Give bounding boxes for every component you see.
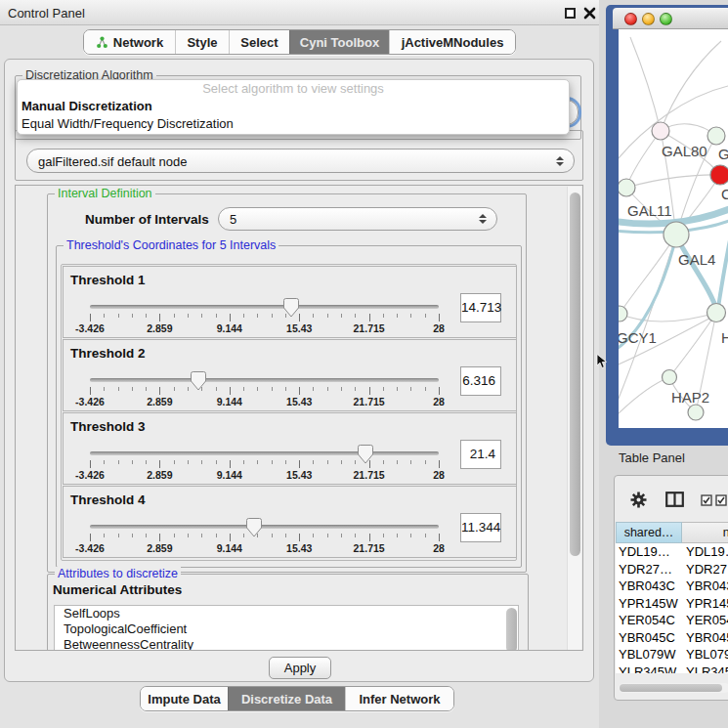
group-title: Threshold's Coordinates for 5 Intervals [64,238,278,252]
combobox-value: galFiltered.sif default node [38,153,187,168]
tab-discretize-data[interactable]: Discretize Data [228,687,345,710]
cyni-toolbox-panel: Discretization Algorithm Manual Discreti… [4,59,594,682]
threshold-slider[interactable]: -3.426 2.859 9.144 15.43 21.715 28 [90,297,439,338]
settings-vertical-scrollbar[interactable] [567,187,581,650]
threshold-1-panel: Threshold 1 14.713 [63,266,517,338]
scrollbar-thumb[interactable] [620,684,722,692]
control-panel: Control Panel Network Style Select [0,0,599,728]
column-header-name[interactable]: name [682,522,728,543]
threshold-label: Threshold 3 [70,419,146,434]
threshold-value-field[interactable]: 14.713 [460,293,501,322]
table-row[interactable]: YDR27… YDR27… [616,561,728,578]
table-row[interactable]: YER054C YER054C [616,612,728,629]
network-node-gcy1[interactable] [619,306,627,321]
threshold-value-field[interactable]: 11.344 [460,513,501,542]
tab-label: Style [187,35,217,50]
table-panel-title: Table Panel [619,450,685,465]
screen: Control Panel Network Style Select [0,0,728,728]
slider-track[interactable] [90,525,439,529]
table-body: YDL19… YDL19… YDR27… YDR27… YBR043C YBR0… [616,543,728,673]
algorithm-dropdown-popup: Select algorithm to view settings Manual… [17,79,570,135]
number-of-intervals-combobox[interactable]: 5 [218,207,497,231]
control-panel-titlebar: Control Panel [0,0,599,25]
panel-title: Control Panel [8,6,85,21]
table-panel: shared… name YDL19… YDL19… YDR27… YDR27…… [614,475,728,701]
window-close-button[interactable] [624,13,637,25]
network-window-titlebar [613,8,728,29]
threshold-label: Threshold 1 [70,273,146,287]
network-node-gal4[interactable] [664,222,689,247]
interval-definition-group: Interval Definition Number of Intervals … [47,193,527,573]
settings-scrollpane: Interval Definition Number of Intervals … [15,185,583,651]
group-title: Interval Definition [55,187,155,200]
slider-track[interactable] [90,378,439,382]
network-canvas[interactable]: GAL80 GA C GAL11 GAL4 GCY1 H HAP2 [619,29,728,428]
spinner-arrows-icon [556,156,564,166]
attribute-item[interactable]: BetweennessCentrality [55,637,518,651]
table-row[interactable]: YBL079W YBL079W [616,646,728,664]
threshold-label: Threshold 4 [70,492,146,507]
tab-jactivemnodules[interactable]: jActiveMNodules [389,30,515,54]
tab-label: Select [240,35,278,50]
slider-track[interactable] [90,451,439,455]
scrollbar-thumb[interactable] [570,193,580,556]
network-node-gal80[interactable] [652,122,669,140]
threshold-slider[interactable]: -3.426 2.859 9.144 15.43 21.715 28 [90,444,439,485]
window-zoom-button[interactable] [660,13,672,25]
number-of-intervals-label: Number of Intervals [85,212,209,227]
node-label: HAP2 [671,389,709,406]
checkbox-icon[interactable] [715,494,727,506]
threshold-slider[interactable]: -3.426 2.859 9.144 15.43 21.715 28 [90,370,439,411]
tab-style[interactable]: Style [175,30,229,54]
table-row[interactable]: YDL19… YDL19… [616,543,728,561]
node-label: GA [718,146,728,162]
network-graph: GAL80 GA C GAL11 GAL4 GCY1 H HAP2 [619,29,728,428]
popup-option-manual[interactable]: Manual Discretization [18,98,569,115]
slider-major-ticks [90,534,440,541]
popup-hint: Select algorithm to view settings [18,80,569,98]
apply-button[interactable]: Apply [269,657,331,679]
threshold-label: Threshold 2 [70,346,146,361]
attribute-item[interactable]: SelfLoops [55,606,518,621]
network-node-ga[interactable] [707,127,725,145]
tab-impute-data[interactable]: Impute Data [141,687,228,710]
threshold-value-field[interactable]: 21.4 [460,440,501,469]
tab-infer-network[interactable]: Infer Network [345,687,453,710]
window-minimize-button[interactable] [642,13,655,25]
slider-track[interactable] [90,305,439,309]
tab-select[interactable]: Select [229,30,289,54]
popup-option-equal-width[interactable]: Equal Width/Frequency Discretization [18,115,569,133]
network-node-gal11[interactable] [619,179,635,196]
table-row[interactable]: YBR045C YBR045C [616,629,728,647]
table-row[interactable]: YBR043C YBR043C [616,578,728,595]
threshold-4-panel: Threshold 4 11.344 [63,486,517,558]
threshold-slider[interactable]: -3.426 2.859 9.144 15.43 21.715 28 [90,517,439,558]
slider-major-ticks [90,460,440,468]
table-data-combobox[interactable]: galFiltered.sif default node [26,149,575,173]
network-view-window: GAL80 GA C GAL11 GAL4 GCY1 H HAP2 [606,5,728,446]
column-layout-icon[interactable] [665,492,684,507]
tab-label: jActiveMNodules [402,35,504,50]
gear-icon[interactable] [630,492,647,508]
table-row[interactable]: YPR145W YPR145W [616,595,728,613]
tab-cyni-toolbox[interactable]: Cyni Toolbox [289,30,389,54]
table-horizontal-scrollbar[interactable] [619,683,728,693]
threshold-value-field[interactable]: 6.316 [460,366,501,396]
attributes-list-scrollbar[interactable] [506,608,517,651]
tab-label: Cyni Toolbox [300,35,379,50]
close-icon[interactable] [583,7,596,20]
combobox-value: 5 [230,212,236,227]
network-node-hap2[interactable] [663,370,677,385]
network-node-selected-red[interactable] [710,165,728,185]
cyni-bottom-tabs: Impute Data Discretize Data Infer Networ… [140,686,454,711]
float-window-icon[interactable] [565,8,576,19]
network-node-h[interactable] [707,304,726,322]
table-row[interactable]: YLR345W YLR345W [616,664,728,674]
network-node-bottom[interactable] [688,405,704,420]
attribute-item[interactable]: TopologicalCoefficient [55,621,518,637]
node-label: GCY1 [619,329,657,346]
attributes-list: SelfLoops TopologicalCoefficient Between… [54,605,519,651]
checkbox-icon[interactable] [701,494,712,506]
column-header-shared-name[interactable]: shared… [616,522,682,543]
tab-network[interactable]: Network [84,30,175,54]
